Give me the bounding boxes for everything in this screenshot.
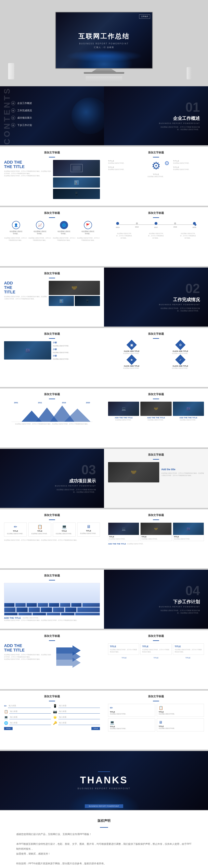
title-label-a1: TITLE [108,160,139,162]
icon-item-3: 🌐 在这里输入您的文字内容。 [57,221,71,235]
timeline-dot-3 [154,222,158,225]
contents-icon-4: ◎ [11,123,15,127]
thanks-blue-band: BUSINESS REPORT POWERPOINT [85,804,123,808]
timeline-label-2: 2016 [135,226,139,228]
blue-bar-11 [49,520,55,520]
test-box-desc-3: 在这里输入您的文字内容，文字大小可根据情况自行修改。 [175,648,202,653]
slide-timeline: 添加文字标题 2015 2016 2017 2018 2 [104,207,208,266]
section-desc-02: 在这里输入您的文字内容，文字大小可根据 情况自行修改，在这里输入您的文字内容。 [159,307,200,312]
input-field-4[interactable]: 输入标题 [9,721,51,725]
section-number-03: 03 [81,463,96,476]
diamond-desc-1: 在这里输入您的文字内容。 [123,352,140,354]
chart-image: 📊 [49,296,74,306]
title-desc-b1: 在这里输入您的文字内容。 [173,162,204,164]
box-icon-3: 💻 [110,720,153,725]
small-body-2: 在这里输入您的文字内容。 [53,351,100,354]
slide-header-14: 添加文字标题 [4,634,100,638]
slide-header-12: 添加文字标题 [108,513,204,517]
tablet-image: 📱 [53,189,100,199]
svg-rect-7 [27,603,37,607]
slide-header-4: 添加文字标题 [108,211,204,215]
blue-bar-6 [49,338,55,339]
row-4: 添加文字标题 ADD THE TITLE 在这里输入您的文字内容，文字大小可根据… [0,268,208,327]
box-body-4: 在这里输入您的文字内容。 [159,727,202,730]
slide-mountain-chart: 添加文字标题 2001 2011 2016 2020 在这里输入您的文字内容，文… [0,389,104,447]
handshake-image: 🤝 [49,281,100,295]
input-icon-4: 🌐 [4,721,8,725]
photo-1: 💻 [108,402,139,416]
add-title-big-5: TITLE [4,290,47,294]
copyright-title: 版权声明 [16,819,192,823]
row-thanks: THANKS BUSINESS REPORT POWERPOINT BUSINE… [0,751,208,811]
photo-desc-2: 在这里输入您的文字内容。 [140,419,171,421]
small-title-1: 小标 [53,341,100,344]
contents-icon-2: ◎ [11,108,15,113]
svg-rect-9 [49,603,59,607]
diamond-item-4: ✓ CLICK ADD TITLE 在这里输入您的文字内容。 [157,356,204,369]
timeline-container: 2015 2016 2017 2018 2019 [108,222,204,228]
add-title-label-1: Add the title [161,468,204,471]
gear-icon-large: ⚙ [151,160,161,172]
row-8: 添加文字标题 ✏ TITLE 在这里输入您的文字内容。 📋 TITLE 在这里输… [0,509,208,569]
small-title-2: 小标 [53,348,100,351]
timeline-item-2: 2016 [135,222,139,228]
section-subtitle-01: BUSINESS REPORT POWERPOINT [159,122,200,124]
svg-rect-6 [15,603,26,607]
slide-header-16: 添加文字标题 [4,695,100,698]
title-desc-b2: 在这里输入您的文字内容。 [173,168,204,170]
year-1: 2001 [14,402,18,404]
small-body-3: 在这里输入您的文字内容。 [53,358,100,360]
input-icon-5: 📱 [53,704,57,708]
slide-3photos: 添加文字标题 💻 ADD THE THE TITLE 在这里输入您的文字内容。 … [104,389,208,447]
add-title-big-2: THE TITLE [4,164,51,169]
section-01-intro: 01 企业工作概述 BUSINESS REPORT POWERPOINT 在这里… [104,86,208,145]
input-field-1[interactable]: 输入标题 [8,704,51,708]
desc-icons-2: 在这里输入您的文字内容，文字大小可根据情况自行修改。 [28,237,51,241]
input-icon-3: 💻 [4,715,8,719]
input-field-6[interactable]: 输入标题 [58,710,100,714]
blue-bar-17 [153,701,159,701]
row-9: 添加文字标题 [0,570,208,629]
svg-rect-13 [4,608,15,612]
diamond-item-2: ⚙ CLICK ADD TITLE 在这里输入您的文字内容。 [157,341,204,354]
section-number-01: 01 [185,101,200,114]
input-field-5[interactable]: 输入标题 [58,704,100,708]
input-field-8[interactable]: 输入标题 [58,721,100,725]
slide-gear-titles: 添加文字标题 TITLE 在这里输入您的文字内容。 TITLE 在这里输入您的文… [104,147,208,206]
svg-rect-24 [61,613,74,615]
input-field-2[interactable]: 输入标题 [9,710,51,714]
svg-rect-15 [29,608,40,612]
add-title-big-1: ADD THE [4,160,51,164]
row-6: 添加文字标题 2001 2011 2016 2020 在这里输入您的文字内容，文… [0,389,208,448]
photo-3: 🌆 [173,402,204,416]
city-image: 📊 [53,178,100,188]
section-subtitle-03: BUSINESS REPORT POWERPOINT [55,485,96,487]
laptop-image [53,160,100,176]
input-row-8: 🔑 输入标题 [53,721,100,725]
card-body-4: 在这里输入您的文字内容。 [79,532,98,534]
hero-section: 立即购买 互联网工作总结 BUSINESS REPORT POWERPOINT … [0,0,208,86]
title-desc-bottom: 在这里输入您的文字内容。 [108,176,204,178]
section-number-02: 02 [185,282,200,295]
test-box-2: TITLE 在这里输入您的文字内容，文字大小可根据情况自行修改。 [140,643,171,655]
row-3: 添加文字标题 👤 在这里输入您的文字内容。 📈 在这里输入您的文字内容。 🌐 在… [0,207,208,267]
icons-row-1: 👤 在这里输入您的文字内容。 📈 在这里输入您的文字内容。 🌐 在这里输入您的文… [4,221,100,235]
card-icon-2: 📋 [30,524,49,529]
input-field-3[interactable]: 输入标题 [9,715,51,719]
input-row-2: 📋 输入标题 [4,710,51,714]
icon-label-3: 在这里输入您的文字内容。 [57,230,71,235]
slide-header-1: 添加文字标题 [4,151,100,154]
icon-label-1: 在这里输入您的文字内容。 [9,230,23,235]
section-04-intro: 04 下步工作计划 BUSINESS REPORT POWERPOINT 在这里… [104,570,208,629]
buy-button[interactable]: 立即购买 [139,14,150,19]
contents-item-1: ◎ 企业工作概述 [11,101,32,105]
timeline-desc-2: 在这里输入您的文字内容，文字大小可根据情况自行修改。 [148,232,164,239]
img-card-img-2: 🤝 [141,523,171,535]
img-cards-bottom-desc: 在这里输入您的文字内容。 [127,542,144,545]
slide-header-9: 添加文字标题 [108,393,204,396]
contents-text-2: 工作完成情况 [17,109,32,112]
desk-item-left [8,63,14,79]
icon-chart: 📈 [36,221,44,229]
phone-image: 📱 [75,296,100,306]
input-field-7[interactable]: 输入标题 [58,715,100,719]
